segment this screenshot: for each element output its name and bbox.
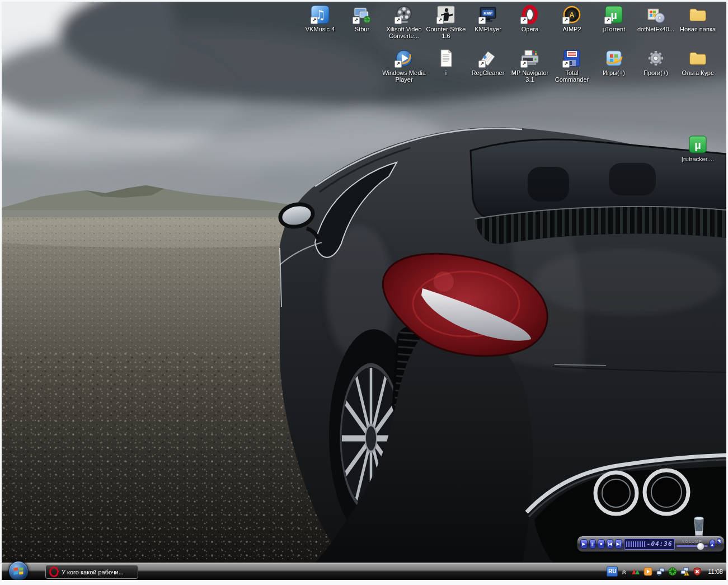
player-previous-button[interactable]: |◀ — [607, 539, 614, 549]
taskbar-clock[interactable]: 11:08 — [708, 568, 723, 575]
utorrent-icon: µ — [688, 135, 707, 154]
network-warning-tray-icon[interactable] — [680, 567, 689, 577]
icon-label: µTorrent — [592, 26, 636, 32]
desktop-icon-total-commander[interactable]: ↗ Total Commander — [550, 49, 594, 83]
shortcut-arrow-icon: ↗ — [604, 17, 612, 24]
shortcut-arrow-icon: ↗ — [562, 17, 570, 24]
icon-label: Total Commander — [550, 69, 594, 83]
volume-knob[interactable] — [697, 542, 704, 550]
task-label: У кого какой рабочи... — [62, 569, 124, 575]
security-alert-tray-icon[interactable] — [692, 567, 702, 577]
windows-flag-icon — [12, 565, 25, 577]
svg-text:KMP: KMP — [483, 11, 492, 15]
player-lcd-display: -04:36 — [624, 539, 675, 550]
screenshot-frame: ♫ ↗ VKMusic 4 ↗ Stbur ↗ Xilisoft Video C… — [0, 0, 728, 585]
player-pause-button[interactable]: || — [589, 539, 597, 549]
desktop-icon-games[interactable]: Игры(+) — [592, 49, 636, 76]
icon-label: [rutracker.... — [676, 156, 720, 162]
wallpaper-car-landscape — [2, 2, 726, 563]
desktop-icon-xilisoft[interactable]: ↗ Xilisoft Video Converte... — [382, 5, 426, 39]
system-tray: RU — [607, 563, 723, 580]
desktop-icon-stbur[interactable]: ↗ Stbur — [340, 5, 384, 32]
shortcut-arrow-icon: ↗ — [353, 17, 360, 24]
taskbar-task-opera[interactable]: У кого какой рабочи... — [45, 565, 138, 579]
shortcut-arrow-icon: ↗ — [394, 60, 402, 68]
xp-games-icon — [604, 49, 623, 68]
desktop-icon-regcleaner[interactable]: ↗ RegCleaner — [466, 49, 510, 76]
icon-label: VKMusic 4 — [298, 26, 342, 32]
player-time: -04:36 — [647, 540, 673, 547]
language-indicator[interactable]: RU — [607, 567, 618, 577]
recycle-bin-glyph — [689, 514, 709, 538]
icon-label: i — [424, 69, 468, 76]
punto-switcher-tray-icon[interactable] — [631, 567, 640, 577]
player-play-button[interactable]: ▶ — [580, 539, 588, 549]
desktop-icon-utorrent[interactable]: µ ↗ µTorrent — [592, 5, 636, 32]
icon-label: Counter-Strike 1.6 — [424, 26, 468, 39]
desktop-icon-aimp2[interactable]: A ↗ AIMP2 — [550, 5, 594, 32]
desktop-icon-mp-navigator[interactable]: ↗ MP Navigator 3.1 — [508, 49, 552, 83]
icon-label: Новая папка — [676, 26, 720, 32]
mini-player: ▶ || ■ |◀ ▶| -04:36 VOLUME ▲ ◥ — [577, 536, 725, 552]
shortcut-arrow-icon: ↗ — [478, 17, 486, 24]
text-document-icon — [436, 49, 455, 68]
desktop-icon-new-folder[interactable]: Новая папка — [676, 5, 720, 32]
volume-control: VOLUME — [677, 540, 708, 547]
icon-label: Xilisoft Video Converte... — [382, 26, 426, 39]
player-next-button[interactable]: ▶| — [615, 539, 622, 549]
shortcut-arrow-icon: ↗ — [520, 17, 528, 24]
drweb-antivirus-tray-icon[interactable] — [668, 567, 677, 577]
desktop-icon-progs[interactable]: Проги(+) — [634, 49, 678, 76]
desktop-icon-kmplayer[interactable]: KMP ↗ KMPlayer — [466, 5, 510, 32]
installer-cd-icon — [646, 5, 665, 24]
media-play-tray-icon[interactable] — [643, 567, 652, 577]
icon-label: MP Navigator 3.1 — [508, 69, 552, 83]
start-button[interactable] — [8, 561, 29, 580]
desktop-icon-rutracker-torrent[interactable]: µ [rutracker.... — [676, 135, 720, 162]
desktop-icon-wmp[interactable]: ↗ Windows Media Player — [382, 49, 426, 83]
desktop-icon-counter-strike[interactable]: ↗ Counter-Strike 1.6 — [424, 5, 468, 39]
icon-label: RegCleaner — [466, 69, 510, 76]
shortcut-arrow-icon: ↗ — [562, 60, 570, 68]
icon-label: AIMP2 — [550, 26, 594, 32]
icon-label: KMPlayer — [466, 26, 510, 32]
gear-icon — [646, 49, 665, 68]
shortcut-arrow-icon: ↗ — [520, 60, 528, 68]
tray-expand-chevron-icon[interactable] — [621, 568, 628, 576]
taskbar: У кого какой рабочи... RU — [2, 563, 726, 580]
desktop-icon-i-doc[interactable]: i — [424, 49, 468, 76]
icon-label: Opera — [508, 26, 552, 32]
network-tray-icon[interactable] — [655, 567, 665, 577]
desktop-icon-dotnetfx[interactable]: dotNetFx40... — [634, 5, 678, 32]
desktop: ♫ ↗ VKMusic 4 ↗ Stbur ↗ Xilisoft Video C… — [2, 2, 726, 580]
player-corner-button[interactable]: ◥ — [717, 538, 721, 545]
icon-label: Ольга Курс — [676, 69, 720, 76]
icon-label: Игры(+) — [592, 69, 636, 76]
shortcut-arrow-icon: ↗ — [478, 60, 486, 68]
icon-label: Stbur — [340, 26, 384, 32]
volume-slider[interactable] — [677, 545, 708, 547]
desktop-icon-olga-kurs[interactable]: Ольга Курс — [676, 49, 720, 76]
desktop-icon-opera[interactable]: ↗ Opera — [508, 5, 552, 32]
icon-label: dotNetFx40... — [634, 26, 678, 32]
desktop-icon-vkmusic[interactable]: ♫ ↗ VKMusic 4 — [298, 5, 342, 32]
shortcut-arrow-icon: ↗ — [311, 17, 318, 24]
recycle-bin-icon[interactable] — [689, 514, 709, 538]
player-stop-button[interactable]: ■ — [598, 539, 605, 549]
spectrum-analyzer — [626, 541, 645, 547]
shortcut-arrow-icon: ↗ — [436, 17, 444, 24]
folder-icon — [688, 5, 707, 24]
player-eject-button[interactable]: ▲ — [710, 540, 715, 548]
icon-label: Windows Media Player — [382, 69, 426, 83]
svg-text:µ: µ — [694, 139, 701, 151]
opera-icon — [49, 567, 59, 577]
icon-label: Проги(+) — [634, 69, 678, 76]
shortcut-arrow-icon: ↗ — [394, 17, 402, 24]
svg-text:A: A — [569, 11, 575, 19]
folder-icon — [688, 49, 707, 68]
